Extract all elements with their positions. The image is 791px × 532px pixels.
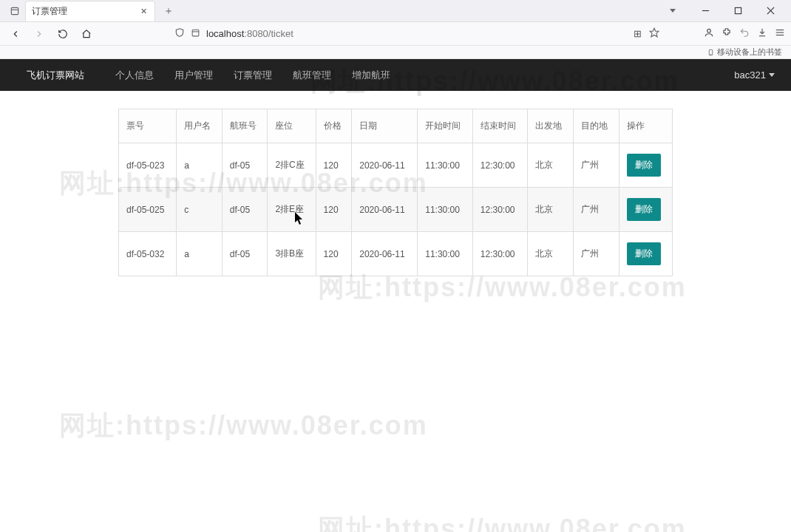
qr-icon[interactable]: ⊞ xyxy=(634,28,642,39)
nav-user-dropdown[interactable]: bac321 xyxy=(734,69,775,81)
ticket-table: 票号用户名航班号座位价格日期开始时间结束时间出发地目的地操作 df-05-023… xyxy=(118,109,673,276)
cell-user: a xyxy=(177,143,223,188)
cell-ticket: df-05-032 xyxy=(119,232,177,276)
nav-user-mgmt[interactable]: 用户管理 xyxy=(164,59,223,91)
cell-from: 北京 xyxy=(528,232,574,276)
cell-date: 2020-06-11 xyxy=(352,143,418,188)
col-header: 价格 xyxy=(316,109,352,143)
site-info-icon[interactable] xyxy=(191,28,200,40)
svg-marker-8 xyxy=(650,28,659,37)
window-minimize-button[interactable] xyxy=(693,1,717,21)
svg-rect-0 xyxy=(11,7,18,14)
cell-ticket: df-05-025 xyxy=(119,188,177,232)
table-row: df-05-032adf-053排B座1202020-06-1111:30:00… xyxy=(119,232,673,276)
cell-price: 120 xyxy=(316,232,352,276)
cell-user: a xyxy=(177,232,223,276)
window-close-button[interactable] xyxy=(758,1,782,21)
cell-date: 2020-06-11 xyxy=(352,188,418,232)
app-nav: 飞机订票网站 个人信息 用户管理 订票管理 航班管理 增加航班 bac321 xyxy=(0,59,791,91)
cell-start: 11:30:00 xyxy=(418,143,473,188)
new-tab-button[interactable]: ＋ xyxy=(160,2,177,20)
nav-flight-mgmt[interactable]: 航班管理 xyxy=(282,59,342,91)
bookmark-star-icon[interactable] xyxy=(649,27,659,40)
cell-price: 120 xyxy=(316,143,352,188)
col-header: 日期 xyxy=(352,109,418,143)
browser-toolbar: localhost:8080/ticket ⊞ xyxy=(0,22,791,46)
content-area: 票号用户名航班号座位价格日期开始时间结束时间出发地目的地操作 df-05-023… xyxy=(0,91,791,276)
cell-start: 11:30:00 xyxy=(418,232,473,276)
col-header: 票号 xyxy=(119,109,177,143)
table-row: df-05-023adf-052排C座1202020-06-1111:30:00… xyxy=(119,143,673,188)
delete-button[interactable]: 删除 xyxy=(627,154,661,177)
mobile-bookmarks-link[interactable]: 移动设备上的书签 xyxy=(707,47,782,58)
cell-end: 12:30:00 xyxy=(472,232,528,276)
col-header: 航班号 xyxy=(222,109,268,143)
reload-button[interactable] xyxy=(53,24,72,44)
cell-from: 北京 xyxy=(528,143,574,188)
cell-actions: 删除 xyxy=(619,188,672,232)
cell-price: 120 xyxy=(316,188,352,232)
shield-icon[interactable] xyxy=(174,27,185,40)
nav-brand[interactable]: 飞机订票网站 xyxy=(16,59,95,91)
url-path: /ticket xyxy=(268,28,293,39)
browser-tab[interactable]: 订票管理 ✕ xyxy=(25,1,155,21)
delete-button[interactable]: 删除 xyxy=(627,242,661,265)
watermark: 网址:https://www.08er.com xyxy=(318,511,687,532)
bookmarks-bar: 移动设备上的书签 xyxy=(0,46,791,59)
browser-tab-bar: 订票管理 ✕ ＋ xyxy=(0,0,791,22)
cell-user: c xyxy=(177,188,223,232)
cell-start: 11:30:00 xyxy=(418,188,473,232)
caret-down-icon xyxy=(769,73,775,77)
home-button[interactable] xyxy=(77,24,96,44)
table-row: df-05-025cdf-052排E座1202020-06-1111:30:00… xyxy=(119,188,673,232)
cell-actions: 删除 xyxy=(619,232,672,276)
col-header: 座位 xyxy=(268,109,316,143)
tabs-dropdown-icon[interactable] xyxy=(661,1,685,21)
cell-from: 北京 xyxy=(528,188,574,232)
col-header: 操作 xyxy=(619,109,672,143)
cell-to: 广州 xyxy=(573,232,619,276)
account-icon[interactable] xyxy=(704,27,714,40)
tab-title: 订票管理 xyxy=(32,5,138,18)
cell-actions: 删除 xyxy=(619,143,672,188)
address-bar[interactable]: localhost:8080/ticket xyxy=(174,27,629,40)
col-header: 出发地 xyxy=(528,109,574,143)
cell-end: 12:30:00 xyxy=(472,143,528,188)
delete-button[interactable]: 删除 xyxy=(627,198,661,221)
col-header: 目的地 xyxy=(573,109,619,143)
nav-personal-info[interactable]: 个人信息 xyxy=(105,59,164,91)
cell-flight: df-05 xyxy=(222,143,268,188)
close-tab-icon[interactable]: ✕ xyxy=(138,6,149,16)
forward-button[interactable] xyxy=(30,24,49,44)
cell-date: 2020-06-11 xyxy=(352,232,418,276)
col-header: 开始时间 xyxy=(418,109,473,143)
cell-to: 广州 xyxy=(573,143,619,188)
svg-point-9 xyxy=(707,29,711,33)
col-header: 结束时间 xyxy=(472,109,528,143)
cell-ticket: df-05-023 xyxy=(119,143,177,188)
download-icon[interactable] xyxy=(757,27,767,40)
watermark: 网址:https://www.08er.com xyxy=(59,408,428,444)
url-host: localhost xyxy=(206,28,244,39)
recent-pages-icon[interactable] xyxy=(4,6,25,16)
cell-seat: 2排C座 xyxy=(268,143,316,188)
svg-rect-6 xyxy=(192,30,199,36)
svg-rect-3 xyxy=(735,7,741,13)
extensions-icon[interactable] xyxy=(722,27,732,40)
mouse-cursor xyxy=(295,212,304,225)
nav-add-flight[interactable]: 增加航班 xyxy=(342,59,401,91)
cell-end: 12:30:00 xyxy=(472,188,528,232)
cell-flight: df-05 xyxy=(222,232,268,276)
col-header: 用户名 xyxy=(177,109,223,143)
menu-icon[interactable] xyxy=(775,27,785,40)
back-button[interactable] xyxy=(6,24,25,44)
undo-icon[interactable] xyxy=(739,27,750,40)
cell-to: 广州 xyxy=(573,188,619,232)
url-port: :8080 xyxy=(244,28,268,39)
window-maximize-button[interactable] xyxy=(726,1,750,21)
nav-ticket-mgmt[interactable]: 订票管理 xyxy=(223,59,282,91)
cell-seat: 3排B座 xyxy=(268,232,316,276)
cell-flight: df-05 xyxy=(222,188,268,232)
cell-seat: 2排E座 xyxy=(268,188,316,232)
